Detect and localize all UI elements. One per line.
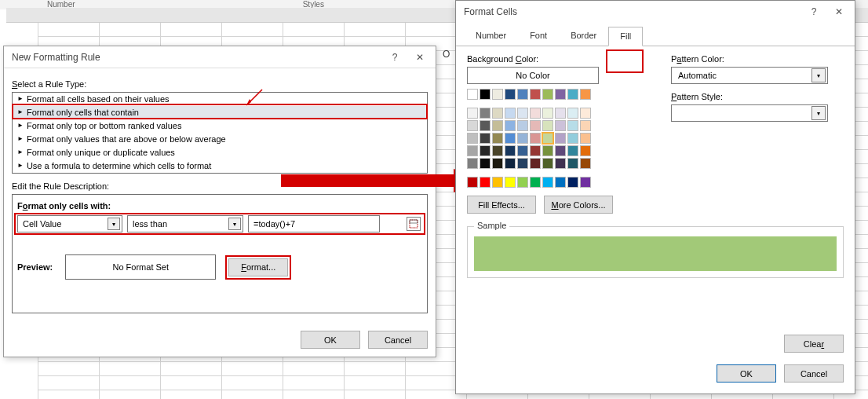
rule-type-list[interactable]: ►Format all cells based on their values►… — [12, 92, 428, 174]
color-swatch[interactable] — [542, 120, 553, 131]
color-swatch[interactable] — [492, 120, 503, 131]
color-swatch[interactable] — [542, 133, 553, 144]
chevron-down-icon[interactable]: ▾ — [811, 68, 826, 82]
color-swatch[interactable] — [467, 89, 478, 100]
color-swatch[interactable] — [492, 89, 503, 100]
rule-type-item[interactable]: ►Format only top or bottom ranked values — [13, 119, 427, 133]
color-swatch[interactable] — [505, 158, 516, 169]
help-button[interactable]: ? — [803, 4, 825, 20]
color-swatch[interactable] — [530, 177, 541, 188]
color-swatch[interactable] — [567, 133, 578, 144]
color-swatch[interactable] — [467, 120, 478, 131]
color-swatch[interactable] — [480, 89, 491, 100]
color-swatch[interactable] — [567, 177, 578, 188]
fill-effects-button[interactable]: Fill Effects... — [467, 196, 536, 214]
pattern-color-combo[interactable]: Automatic ▾ — [671, 67, 828, 84]
color-swatch[interactable] — [555, 158, 566, 169]
color-swatch[interactable] — [517, 177, 528, 188]
color-swatch[interactable] — [517, 120, 528, 131]
clear-button[interactable]: Clear — [784, 335, 844, 353]
close-button[interactable]: ✕ — [828, 4, 850, 20]
color-swatch[interactable] — [517, 158, 528, 169]
color-swatch[interactable] — [467, 133, 478, 144]
color-swatch[interactable] — [542, 108, 553, 119]
color-swatch[interactable] — [580, 145, 591, 156]
color-swatch[interactable] — [542, 158, 553, 169]
color-swatch[interactable] — [505, 145, 516, 156]
color-swatch[interactable] — [580, 158, 591, 169]
color-swatch[interactable] — [530, 145, 541, 156]
cancel-button[interactable]: Cancel — [368, 331, 428, 349]
color-swatch[interactable] — [542, 177, 553, 188]
ok-button[interactable]: OK — [301, 331, 360, 349]
color-swatch[interactable] — [530, 120, 541, 131]
color-swatch[interactable] — [567, 120, 578, 131]
no-color-button[interactable]: No Color — [467, 67, 599, 84]
color-swatch[interactable] — [530, 133, 541, 144]
color-swatch[interactable] — [555, 108, 566, 119]
color-swatch[interactable] — [580, 89, 591, 100]
rule-type-item[interactable]: ►Format only cells that contain — [13, 106, 427, 119]
condition-operator-combo[interactable]: less than ▾ — [127, 215, 243, 232]
color-swatch[interactable] — [492, 133, 503, 144]
color-swatch[interactable] — [505, 89, 516, 100]
color-swatch[interactable] — [492, 177, 503, 188]
color-swatch[interactable] — [467, 145, 478, 156]
color-swatch[interactable] — [467, 177, 478, 188]
chevron-down-icon[interactable]: ▾ — [228, 218, 241, 230]
color-swatch[interactable] — [555, 133, 566, 144]
color-swatch[interactable] — [517, 145, 528, 156]
color-swatch[interactable] — [492, 158, 503, 169]
color-swatch[interactable] — [567, 145, 578, 156]
color-swatch[interactable] — [542, 89, 553, 100]
color-swatch[interactable] — [555, 145, 566, 156]
condition-target-combo[interactable]: Cell Value ▾ — [17, 215, 122, 232]
tab-border[interactable]: Border — [559, 26, 608, 46]
color-swatch[interactable] — [517, 108, 528, 119]
color-swatch[interactable] — [505, 120, 516, 131]
color-swatch[interactable] — [467, 158, 478, 169]
color-swatch[interactable] — [580, 133, 591, 144]
chevron-down-icon[interactable]: ▾ — [108, 218, 120, 230]
color-swatch[interactable] — [505, 108, 516, 119]
color-swatch[interactable] — [480, 158, 491, 169]
color-swatch[interactable] — [530, 89, 541, 100]
color-swatch[interactable] — [530, 108, 541, 119]
color-swatch[interactable] — [580, 120, 591, 131]
rule-type-item[interactable]: ►Format only unique or duplicate values — [13, 146, 427, 159]
color-swatch[interactable] — [542, 145, 553, 156]
condition-value-input[interactable] — [248, 215, 380, 232]
color-swatch[interactable] — [517, 89, 528, 100]
tab-fill[interactable]: Fill — [608, 27, 643, 46]
color-swatch[interactable] — [530, 158, 541, 169]
color-swatch[interactable] — [480, 177, 491, 188]
color-swatch[interactable] — [517, 133, 528, 144]
rule-type-item[interactable]: ►Use a formula to determine which cells … — [13, 159, 427, 173]
color-swatch[interactable] — [567, 89, 578, 100]
help-button[interactable]: ? — [384, 49, 406, 65]
close-button[interactable]: ✕ — [409, 49, 431, 65]
color-swatch[interactable] — [555, 89, 566, 100]
rule-type-item[interactable]: ►Format only values that are above or be… — [13, 133, 427, 146]
ok-button[interactable]: OK — [717, 364, 776, 383]
color-swatch[interactable] — [555, 177, 566, 188]
color-swatch[interactable] — [567, 108, 578, 119]
color-swatch[interactable] — [580, 177, 591, 188]
color-swatch[interactable] — [492, 145, 503, 156]
format-button[interactable]: Format... — [228, 258, 288, 276]
chevron-down-icon[interactable]: ▾ — [811, 106, 826, 120]
color-swatch[interactable] — [505, 177, 516, 188]
pattern-style-combo[interactable]: ▾ — [671, 104, 828, 122]
color-swatch[interactable] — [555, 120, 566, 131]
color-swatch[interactable] — [567, 158, 578, 169]
tab-number[interactable]: Number — [464, 26, 518, 46]
rule-type-item[interactable]: ►Format all cells based on their values — [13, 93, 427, 106]
color-swatch[interactable] — [580, 108, 591, 119]
color-swatch[interactable] — [492, 108, 503, 119]
color-swatch[interactable] — [480, 120, 491, 131]
color-swatch[interactable] — [505, 133, 516, 144]
cancel-button[interactable]: Cancel — [784, 364, 844, 383]
tab-font[interactable]: Font — [518, 26, 559, 46]
more-colors-button[interactable]: More Colors... — [544, 196, 613, 214]
color-swatch[interactable] — [480, 108, 491, 119]
